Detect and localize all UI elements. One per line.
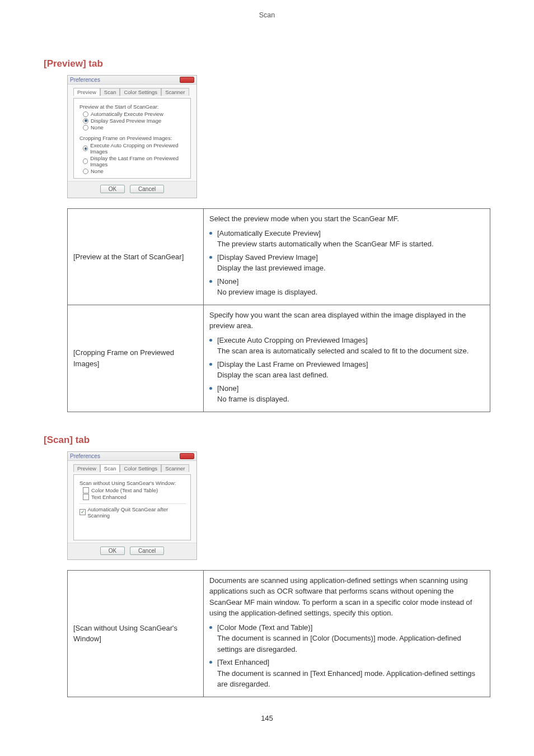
list-item: [Text Enhanced] The document is scanned …	[209, 657, 484, 690]
item-desc: The document is scanned in [Text Enhance…	[217, 669, 475, 689]
checkbox-text-enhanced[interactable]: Text Enhanced	[83, 494, 186, 500]
ok-button[interactable]: OK	[100, 185, 125, 193]
preferences-dialog-scan: Preferences Preview Scan Color Settings …	[67, 451, 197, 560]
radio-none-preview[interactable]: None	[83, 124, 186, 130]
ok-button[interactable]: OK	[100, 547, 125, 555]
cell-row-content: Documents are scanned using application-…	[204, 570, 490, 697]
section-heading-preview: [Preview] tab	[44, 58, 490, 69]
cell-row-content: Specify how you want the scan area displ…	[204, 305, 490, 412]
table-row: [Cropping Frame on Previewed Images] Spe…	[68, 305, 490, 412]
radio-execute-auto-cropping[interactable]: Execute Auto Cropping on Previewed Image…	[83, 142, 186, 155]
radio-display-last-frame[interactable]: Display the Last Frame on Previewed Imag…	[83, 155, 186, 167]
checkbox-auto-quit[interactable]: Automatically Quit ScanGear after Scanni…	[79, 506, 186, 519]
preview-options-table: [Preview at the Start of ScanGear] Selec…	[67, 208, 490, 412]
item-desc: Display the scan area last defined.	[217, 371, 329, 379]
cell-row-label: [Preview at the Start of ScanGear]	[68, 209, 204, 305]
cell-row-label: [Cropping Frame on Previewed Images]	[68, 305, 204, 412]
radio-label: Display the Last Frame on Previewed Imag…	[90, 155, 186, 167]
cancel-button[interactable]: Cancel	[130, 547, 164, 555]
checkbox-label: Automatically Quit ScanGear after Scanni…	[88, 506, 186, 519]
checkbox-label: Color Mode (Text and Table)	[91, 487, 158, 493]
item-desc: No frame is displayed.	[217, 395, 289, 403]
list-item: [Automatically Execute Preview] The prev…	[209, 228, 484, 250]
radio-none-cropping[interactable]: None	[83, 168, 186, 174]
item-term: [Automatically Execute Preview]	[217, 229, 321, 237]
cell-row-label: [Scan without Using ScanGear's Window]	[68, 570, 204, 697]
item-desc: The document is scanned in [Color (Docum…	[217, 634, 461, 654]
item-term: [Display the Last Frame on Previewed Ima…	[217, 360, 368, 368]
list-item: [None] No preview image is displayed.	[209, 276, 484, 298]
radio-display-saved-preview[interactable]: Display Saved Preview Image	[83, 118, 186, 124]
radio-auto-execute-preview[interactable]: Automatically Execute Preview	[83, 111, 186, 117]
row-intro: Select the preview mode when you start t…	[209, 213, 484, 225]
item-term: [None]	[217, 277, 238, 286]
checkbox-label: Text Enhanced	[91, 494, 127, 500]
group-scan-without-window: Scan without Using ScanGear's Window:	[79, 480, 186, 486]
item-term: [None]	[217, 384, 238, 393]
radio-label: Execute Auto Cropping on Previewed Image…	[90, 142, 186, 155]
tab-preview[interactable]: Preview	[73, 464, 100, 472]
cell-row-content: Select the preview mode when you start t…	[204, 209, 490, 305]
tab-preview[interactable]: Preview	[73, 88, 100, 96]
list-item: [Color Mode (Text and Table)] The docume…	[209, 622, 484, 655]
radio-label: Display Saved Preview Image	[91, 118, 161, 124]
tab-scanner[interactable]: Scanner	[161, 88, 189, 96]
page-header: Scan	[44, 11, 490, 19]
dialog-titlebar: Preferences	[68, 76, 196, 85]
cancel-button[interactable]: Cancel	[130, 185, 164, 193]
radio-label: None	[91, 168, 104, 174]
dialog-titlebar: Preferences	[68, 452, 196, 461]
group-cropping-frame: Cropping Frame on Previewed Images:	[79, 135, 186, 141]
row-intro: Documents are scanned using application-…	[209, 575, 484, 619]
close-icon[interactable]	[180, 453, 194, 459]
list-item: [Display the Last Frame on Previewed Ima…	[209, 359, 484, 381]
tab-color-settings[interactable]: Color Settings	[120, 464, 161, 472]
group-preview-start: Preview at the Start of ScanGear:	[79, 104, 186, 110]
list-item: [Execute Auto Cropping on Previewed Imag…	[209, 335, 484, 357]
dialog-title: Preferences	[70, 453, 100, 459]
table-row: [Scan without Using ScanGear's Window] D…	[68, 570, 490, 697]
tab-scan[interactable]: Scan	[100, 88, 120, 96]
item-desc: The scan area is automatically selected …	[217, 347, 469, 355]
checkbox-color-mode[interactable]: Color Mode (Text and Table)	[83, 487, 186, 493]
item-desc: Display the last previewed image.	[217, 264, 326, 272]
preferences-dialog-preview: Preferences Preview Scan Color Settings …	[67, 75, 197, 198]
radio-label: Automatically Execute Preview	[91, 111, 163, 117]
radio-label: None	[91, 124, 104, 130]
item-desc: No preview image is displayed.	[217, 288, 317, 296]
close-icon[interactable]	[180, 77, 194, 83]
item-term: [Execute Auto Cropping on Previewed Imag…	[217, 336, 368, 344]
item-term: [Text Enhanced]	[217, 658, 269, 666]
page-number: 145	[44, 714, 490, 722]
row-intro: Specify how you want the scan area displ…	[209, 310, 484, 332]
tab-scan[interactable]: Scan	[100, 464, 120, 472]
list-item: [Display Saved Preview Image] Display th…	[209, 252, 484, 274]
tab-color-settings[interactable]: Color Settings	[120, 88, 161, 96]
scan-options-table: [Scan without Using ScanGear's Window] D…	[67, 570, 490, 697]
section-heading-scan: [Scan] tab	[44, 435, 490, 446]
dialog-title: Preferences	[70, 77, 100, 83]
item-term: [Color Mode (Text and Table)]	[217, 623, 312, 632]
item-term: [Display Saved Preview Image]	[217, 253, 318, 262]
list-item: [None] No frame is displayed.	[209, 383, 484, 405]
table-row: [Preview at the Start of ScanGear] Selec…	[68, 209, 490, 305]
tab-scanner[interactable]: Scanner	[161, 464, 189, 472]
item-desc: The preview starts automatically when th…	[217, 240, 434, 248]
